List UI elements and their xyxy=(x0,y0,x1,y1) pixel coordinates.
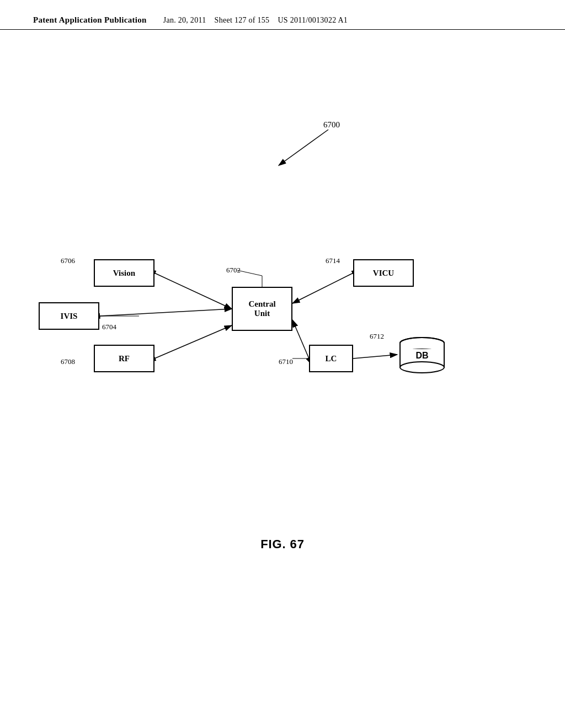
header-meta: Jan. 20, 2011 Sheet 127 of 155 US 2011/0… xyxy=(163,16,348,25)
header-date: Jan. 20, 2011 xyxy=(163,16,206,24)
vision-label: Vision xyxy=(113,269,135,278)
vicu-label: VICU xyxy=(373,269,394,278)
svg-line-8 xyxy=(353,355,397,358)
ref-6704: 6704 xyxy=(102,323,116,331)
figure-caption: FIG. 67 xyxy=(260,537,305,552)
header-sheet: Sheet 127 of 155 xyxy=(215,16,270,24)
lc-box: LC xyxy=(309,345,353,372)
svg-text:DB: DB xyxy=(415,351,428,360)
page-header: Patent Application Publication Jan. 20, … xyxy=(0,0,565,30)
publication-title: Patent Application Publication xyxy=(33,15,147,25)
svg-point-15 xyxy=(400,362,444,373)
db-container: DB xyxy=(397,335,447,374)
ref-6706: 6706 xyxy=(61,256,75,265)
svg-line-4 xyxy=(99,309,232,316)
vision-box: Vision xyxy=(94,259,154,287)
rf-box: RF xyxy=(94,345,154,372)
ivis-label: IVIS xyxy=(61,312,78,321)
ref-6708: 6708 xyxy=(61,357,75,366)
svg-line-5 xyxy=(154,325,232,358)
db-cylinder-svg: DB xyxy=(397,335,447,375)
ivis-box: IVIS xyxy=(39,302,99,330)
central-unit-box: CentralUnit xyxy=(232,287,292,331)
svg-rect-16 xyxy=(401,343,444,349)
vicu-box: VICU xyxy=(353,259,414,287)
central-unit-label: CentralUnit xyxy=(248,299,275,318)
svg-line-7 xyxy=(292,320,309,358)
ref-6702: 6702 xyxy=(226,266,241,275)
rf-label: RF xyxy=(119,354,130,363)
ref-6700-label: 6700 xyxy=(323,120,340,130)
svg-line-2 xyxy=(279,130,328,165)
ref-6712: 6712 xyxy=(370,332,384,341)
header-patent: US 2011/0013022 A1 xyxy=(278,16,348,24)
svg-line-10 xyxy=(237,270,262,276)
diagram-area: 6700 CentralUnit Vision IVIS RF VICU LC xyxy=(0,72,565,568)
lc-label: LC xyxy=(326,354,337,363)
ref-6714: 6714 xyxy=(326,256,340,265)
svg-line-6 xyxy=(292,273,353,303)
ref-6710: 6710 xyxy=(279,357,293,366)
svg-line-3 xyxy=(154,273,232,309)
